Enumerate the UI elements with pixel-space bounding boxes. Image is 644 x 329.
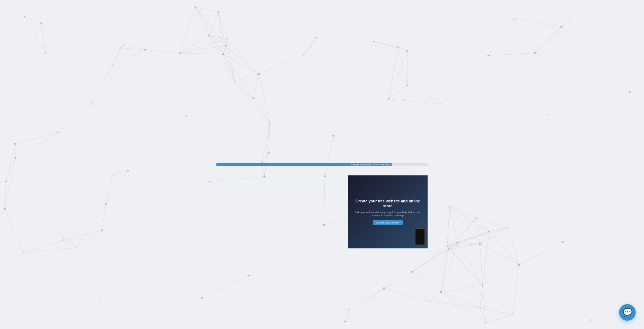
- site-preview: Create your free website and online stor…: [348, 175, 428, 248]
- result-right-panel: Create your free website and online stor…: [348, 175, 428, 248]
- progress-bar: Analysing Website - 83% Complete: [216, 163, 392, 166]
- preview-description: Build your website with easy drag & drop…: [351, 211, 424, 218]
- progress-container: Analysing Website - 83% Complete: [216, 163, 428, 166]
- progress-label: Analysing Website - 83% Complete: [351, 163, 389, 166]
- preview-content: Create your free website and online stor…: [348, 195, 428, 229]
- preview-title: Create your free website and online stor…: [351, 199, 424, 209]
- chat-icon: 💬: [623, 308, 632, 317]
- chat-button[interactable]: 💬: [619, 304, 636, 321]
- preview-cta-button[interactable]: CLAIM NOW OFFER: [373, 220, 403, 225]
- preview-phone-mockup: [415, 228, 425, 245]
